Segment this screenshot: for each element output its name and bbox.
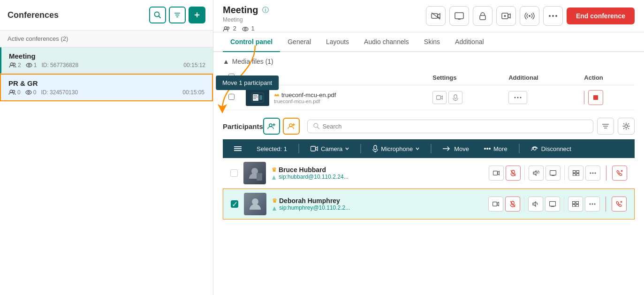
participants-controls bbox=[307, 118, 635, 135]
sort-icon bbox=[602, 123, 609, 129]
deborah-avatar-img bbox=[244, 193, 266, 215]
svg-point-78 bbox=[592, 173, 594, 174]
svg-point-77 bbox=[590, 173, 591, 174]
th-settings: Settings bbox=[427, 70, 503, 85]
add-group-icon bbox=[267, 123, 276, 129]
sort-button[interactable] bbox=[597, 118, 614, 135]
info-icon[interactable]: ⓘ bbox=[262, 6, 269, 15]
mic-muted-icon bbox=[510, 170, 516, 176]
toolbar-menu-icon[interactable] bbox=[230, 144, 245, 153]
broadcast-button[interactable] bbox=[520, 6, 539, 26]
svg-rect-67 bbox=[257, 173, 262, 181]
file-action-cell bbox=[578, 85, 635, 110]
camera-btn-icon bbox=[493, 171, 500, 175]
eye-icon bbox=[26, 63, 32, 68]
deborah-info: ♛ Deborah Humphrey sip:humphrey@10.110.2… bbox=[272, 197, 483, 211]
media-files-toggle[interactable]: ▲ Media files (1) bbox=[223, 58, 635, 65]
toolbar-selected-label: Selected: 1 bbox=[253, 144, 291, 154]
bruce-checkbox[interactable] bbox=[230, 169, 238, 177]
participants-header: Participants bbox=[223, 118, 635, 135]
crown-icon bbox=[274, 92, 280, 98]
deborah-screen-btn[interactable] bbox=[545, 197, 560, 212]
three-dots-icon-2 bbox=[590, 172, 596, 174]
svg-point-93 bbox=[592, 204, 593, 205]
participant-row-deborah: ✓ ♛ Deborah Humphrey sip:humphrey@10.110… bbox=[223, 189, 635, 219]
participant-search-box[interactable] bbox=[307, 120, 593, 133]
deborah-disconnect-btn[interactable] bbox=[612, 197, 627, 212]
move-participant-tooltip: Move 1 participant bbox=[216, 76, 279, 90]
bruce-speaker-btn[interactable] bbox=[529, 166, 544, 181]
meeting-info: Meeting ⓘ Meeting 2 1 bbox=[223, 5, 269, 32]
conf-meta-pr-gr: 0 0 ID: 324570130 00:15:05 bbox=[8, 89, 205, 96]
disconnect-icon bbox=[531, 146, 538, 151]
svg-line-1 bbox=[159, 16, 160, 18]
file-stop-btn[interactable] bbox=[588, 90, 603, 105]
deborah-more-btn[interactable] bbox=[585, 197, 600, 212]
bruce-camera-btn[interactable] bbox=[489, 166, 504, 181]
toolbar-disconnect-item[interactable]: Disconnect bbox=[527, 144, 575, 154]
person-silhouette-2 bbox=[248, 197, 263, 212]
meeting-title: Meeting bbox=[223, 5, 258, 15]
conference-item-pr-gr[interactable]: PR & GR 0 0 ID: 324570130 00:15:05 bbox=[0, 74, 213, 101]
svg-point-64 bbox=[533, 147, 536, 150]
lock-button[interactable] bbox=[473, 6, 492, 26]
deborah-camera-btn[interactable] bbox=[488, 197, 503, 212]
conference-item-meeting[interactable]: Meeting 2 1 ID: 567736828 00:15:12 bbox=[0, 47, 213, 74]
bruce-disconnect-btn[interactable] bbox=[612, 166, 627, 181]
meeting-subtitle: Meeting bbox=[223, 16, 269, 23]
tabs: Control panel General Layouts Audio chan… bbox=[213, 32, 644, 52]
toolbar-microphone-item[interactable]: Microphone bbox=[369, 143, 423, 154]
file-additional-btn[interactable] bbox=[508, 91, 527, 104]
screen-share-button[interactable] bbox=[449, 6, 469, 26]
file-video-btn[interactable] bbox=[432, 91, 447, 104]
svg-line-65 bbox=[531, 149, 533, 151]
file-checkbox[interactable] bbox=[228, 94, 235, 100]
end-conference-button[interactable]: End conference bbox=[567, 8, 635, 24]
deborah-speaker-btn[interactable] bbox=[528, 197, 543, 212]
link-icon bbox=[272, 175, 276, 180]
participants-label: Participants bbox=[223, 122, 263, 130]
phone-icon bbox=[616, 170, 623, 176]
search-input[interactable] bbox=[322, 123, 587, 130]
file-audio-btn[interactable] bbox=[448, 91, 462, 104]
th-additional: Additional bbox=[503, 70, 578, 85]
more-button[interactable] bbox=[543, 6, 563, 26]
svg-rect-58 bbox=[374, 145, 377, 150]
conf-id-pr-gr: ID: 324570130 bbox=[41, 89, 78, 96]
menu-icon bbox=[234, 146, 242, 151]
bruce-mic-btn[interactable] bbox=[506, 166, 521, 181]
deborah-mic-btn[interactable] bbox=[505, 197, 520, 212]
add-group-button[interactable] bbox=[263, 118, 280, 135]
svg-point-82 bbox=[252, 198, 258, 205]
file-settings-cell bbox=[427, 85, 503, 110]
tab-layouts[interactable]: Layouts bbox=[318, 32, 356, 52]
svg-point-92 bbox=[590, 204, 591, 205]
toolbar-move-item[interactable]: Move bbox=[439, 144, 473, 154]
deborah-checkbox[interactable]: ✓ bbox=[231, 200, 238, 208]
tab-audio-channels[interactable]: Audio channels bbox=[356, 32, 417, 52]
bruce-info: ♛ Bruce Hubbard sip:hubbard@10.110.2.24.… bbox=[272, 166, 483, 180]
participants-section: Participants bbox=[213, 110, 644, 219]
add-conference-button[interactable]: + bbox=[189, 7, 205, 23]
svg-point-39 bbox=[517, 97, 519, 98]
tab-additional[interactable]: Additional bbox=[447, 32, 492, 52]
deborah-layout-btn[interactable] bbox=[568, 197, 583, 212]
toolbar-camera-item[interactable]: Camera bbox=[307, 144, 353, 154]
files-table: File name Settings Additional Action bbox=[223, 70, 635, 110]
camera-off-button[interactable] bbox=[426, 6, 446, 26]
add-person-button[interactable] bbox=[283, 118, 300, 135]
tab-control-panel[interactable]: Control panel bbox=[223, 32, 280, 52]
tab-general[interactable]: General bbox=[280, 32, 318, 52]
bruce-more-btn[interactable] bbox=[585, 166, 600, 181]
svg-point-40 bbox=[520, 97, 522, 98]
search-button[interactable] bbox=[149, 7, 166, 23]
toolbar-more-item[interactable]: More bbox=[480, 144, 511, 154]
filter-button[interactable] bbox=[169, 7, 186, 23]
bruce-screen-btn[interactable] bbox=[546, 166, 561, 181]
tab-skins[interactable]: Skins bbox=[417, 32, 447, 52]
record-button[interactable] bbox=[496, 6, 516, 26]
bruce-layout-btn[interactable] bbox=[568, 166, 583, 181]
screen-icon-2 bbox=[549, 201, 556, 207]
svg-rect-89 bbox=[576, 202, 579, 204]
settings-button[interactable] bbox=[618, 118, 635, 135]
